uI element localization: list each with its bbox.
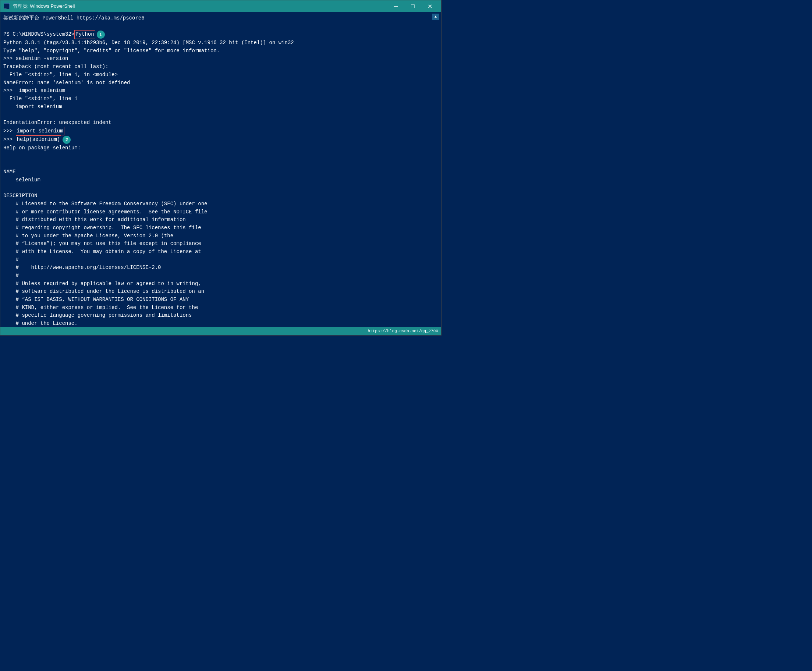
desc-4: # regarding copyright ownership. The SFC… — [3, 224, 438, 232]
close-button[interactable]: ✕ — [421, 0, 438, 12]
indent-import: import selenium — [3, 103, 438, 111]
status-url: https://blog.csdn.net/qq_2700 — [368, 329, 438, 333]
badge-2: 2 — [63, 136, 71, 144]
desc-6: # “License”); you may not use this file … — [3, 240, 438, 248]
desc-3: # distributed with this work for additio… — [3, 216, 438, 224]
traceback-file: File "<stdin>", line 1, in <module> — [3, 71, 438, 79]
prompt-text: PS C:\WINDOWS\system32> — [3, 31, 74, 39]
indentation-error: IndentationError: unexpected indent — [3, 119, 438, 127]
traceback-header: Traceback (most recent call last): — [3, 63, 438, 71]
python-highlight: Python — [74, 30, 95, 39]
desc-14: # KIND, either express or implied. See t… — [3, 304, 438, 312]
prompt-2b: >>> — [3, 136, 16, 144]
desc-1: # Licensed to the Software Freedom Conse… — [3, 200, 438, 208]
title-bar-controls: ─ □ ✕ — [387, 0, 438, 12]
desc-10: # — [3, 272, 438, 280]
minimize-button[interactable]: ─ — [387, 0, 404, 12]
blank-4 — [3, 160, 438, 168]
prompt-line-1: PS C:\WINDOWS\system32> Python 1 — [3, 30, 438, 39]
blank-3 — [3, 152, 438, 160]
import-selenium-highlight: import selenium — [16, 127, 65, 136]
intro-line: 尝试新的跨平台 PowerShell https://aka.ms/pscore… — [3, 14, 438, 22]
title-bar: _ 管理员: Windows PowerShell ─ □ ✕ — [0, 0, 441, 12]
window: _ 管理员: Windows PowerShell ─ □ ✕ ▲ 尝试新的跨平… — [0, 0, 441, 336]
prompt-line-2: >>> import selenium — [3, 127, 438, 136]
desc-5: # to you under the Apache License, Versi… — [3, 232, 438, 240]
title-bar-text: 管理员: Windows PowerShell — [13, 3, 387, 10]
python-version-line: Python 3.8.1 (tags/v3.8.1:1b293b6, Dec 1… — [3, 39, 438, 47]
desc-13: # “AS IS” BASIS, WITHOUT WARRANTIES OR C… — [3, 296, 438, 304]
desc-12: # software distributed under the License… — [3, 288, 438, 296]
selenium-version-cmd: >>> selenium -version — [3, 55, 438, 63]
desc-15: # specific language governing permission… — [3, 312, 438, 320]
help-on-package: Help on package selenium: — [3, 144, 438, 152]
scroll-up-button[interactable]: ▲ — [432, 14, 439, 20]
powershell-icon: _ — [3, 3, 10, 10]
maximize-button[interactable]: □ — [404, 0, 421, 12]
desc-11: # Unless required by applicable law or a… — [3, 280, 438, 288]
description-header: DESCRIPTION — [3, 192, 438, 200]
badge-1: 1 — [97, 31, 105, 39]
blank-line-1 — [3, 22, 438, 31]
name-header: NAME — [3, 168, 438, 176]
svg-text:_: _ — [4, 5, 7, 9]
status-bar: https://blog.csdn.net/qq_2700 — [0, 327, 441, 335]
nameerror-line: NameError: name 'selenium' is not define… — [3, 79, 438, 87]
file-stdin-line: File "<stdin>", line 1 — [3, 95, 438, 103]
blank-5 — [3, 184, 438, 192]
prompt-line-3: >>> help(selenium) 2 — [3, 135, 438, 144]
desc-2: # or more contributor license agreements… — [3, 208, 438, 216]
desc-16: # under the License. — [3, 320, 438, 327]
name-value: selenium — [3, 176, 438, 184]
help-selenium-highlight: help(selenium) — [16, 135, 61, 144]
blank-line-2 — [3, 111, 438, 119]
terminal-body[interactable]: ▲ 尝试新的跨平台 PowerShell https://aka.ms/psco… — [0, 12, 441, 327]
desc-8: # — [3, 256, 438, 264]
import-cmd-1: >>> import selenium — [3, 87, 438, 95]
help-line: Type "help", "copyright", "credits" or "… — [3, 47, 438, 55]
desc-7: # with the License. You may obtain a cop… — [3, 248, 438, 256]
prompt-2a: >>> — [3, 127, 16, 135]
desc-9: # http://www.apache.org/licenses/LICENSE… — [3, 264, 438, 272]
